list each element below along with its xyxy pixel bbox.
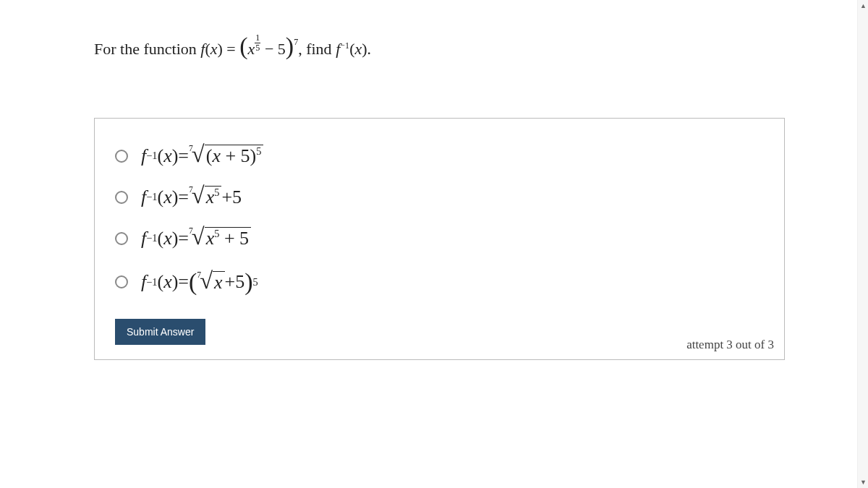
rparen: ) — [172, 271, 179, 293]
rparen: ) — [217, 40, 222, 58]
inv-exp: −1 — [146, 276, 157, 288]
lparen: ( — [205, 40, 210, 58]
submit-button[interactable]: Submit Answer — [115, 319, 205, 345]
plus: + — [225, 271, 236, 293]
inv-exp: −1 — [146, 150, 157, 162]
var-f: f — [141, 271, 146, 293]
surd-icon: √ — [192, 227, 205, 247]
var-x: x — [206, 187, 215, 207]
inv-exp: −1 — [340, 40, 349, 51]
big-lparen: ( — [189, 268, 197, 296]
option-b-math: f−1(x) = 7√x5 + 5 — [141, 186, 242, 208]
root: 7√x5 — [189, 186, 221, 208]
radio-icon[interactable] — [115, 150, 128, 163]
scroll-up-icon[interactable]: ▲ — [858, 0, 868, 12]
attempt-counter: attempt 3 out of 3 — [686, 338, 774, 352]
option-b[interactable]: f−1(x) = 7√x5 + 5 — [115, 186, 764, 208]
var-x: x — [163, 145, 172, 167]
big-rparen: ) — [244, 268, 252, 296]
var-x: x — [354, 40, 362, 58]
var-x: x — [163, 228, 172, 249]
scroll-down-icon[interactable]: ▼ — [858, 476, 868, 488]
five: 5 — [235, 271, 244, 293]
var-x: x — [206, 228, 215, 249]
minus: − — [260, 40, 277, 58]
surd-icon: √ — [192, 145, 205, 165]
var-x: x — [163, 187, 172, 208]
rparen: ) — [172, 145, 179, 167]
root: 7√(x + 5)5 — [189, 145, 263, 167]
page: For the function f(x) = (x15 − 5)7, find… — [0, 0, 868, 488]
option-c[interactable]: f−1(x) = 7√x5 + 5 — [115, 227, 764, 249]
var-x: x — [163, 271, 172, 293]
question-prefix: For the function — [94, 40, 200, 58]
inv-exp: −1 — [146, 191, 157, 203]
rparen: ) — [172, 228, 179, 249]
rparen: ) — [172, 187, 179, 208]
inv-exp: −1 — [146, 232, 157, 244]
var-x: x — [214, 272, 223, 293]
radicand: x5 + 5 — [205, 227, 251, 249]
equals: = — [178, 145, 189, 167]
lparen: ( — [157, 187, 163, 208]
lparen: ( — [157, 145, 163, 167]
period: . — [367, 40, 372, 58]
big-rparen: ) — [286, 33, 294, 59]
radicand: (x + 5)5 — [205, 145, 264, 167]
plus: + — [221, 145, 241, 166]
exp: 5 — [256, 145, 261, 157]
rparen: ) — [250, 145, 257, 166]
radio-icon[interactable] — [115, 232, 128, 245]
surd-icon: √ — [192, 186, 205, 206]
lparen: ( — [157, 228, 163, 249]
lparen: ( — [157, 271, 163, 293]
var-f: f — [141, 145, 146, 167]
rparen: ) — [362, 40, 367, 58]
surd-icon: √ — [200, 271, 213, 291]
radio-icon[interactable] — [115, 275, 128, 288]
equals: = — [178, 228, 189, 249]
equals: = — [223, 40, 239, 58]
radio-icon[interactable] — [115, 191, 128, 204]
root: 7√x5 + 5 — [189, 227, 251, 249]
option-a[interactable]: f−1(x) = 7√(x + 5)5 — [115, 145, 764, 167]
five: 5 — [239, 228, 249, 249]
plus: + — [219, 228, 239, 249]
plus: + — [221, 187, 232, 208]
var-x: x — [248, 40, 255, 58]
radicand: x5 — [205, 186, 222, 208]
equals: = — [178, 187, 189, 208]
option-d[interactable]: f−1(x) = (7√x + 5)5 — [115, 268, 764, 296]
find-text: find — [306, 40, 336, 58]
scrollbar[interactable]: ▲ ▼ — [857, 0, 868, 488]
comma: , — [298, 40, 306, 58]
var-f: f — [141, 228, 146, 249]
exp: 5 — [214, 187, 219, 198]
option-c-math: f−1(x) = 7√x5 + 5 — [141, 227, 251, 249]
big-lparen: ( — [239, 33, 247, 59]
equals: = — [178, 271, 189, 293]
var-x: x — [212, 145, 221, 166]
five: 5 — [232, 187, 242, 208]
content-area: For the function f(x) = (x15 − 5)7, find… — [0, 0, 857, 488]
radicand: x — [213, 271, 225, 294]
var-f: f — [141, 187, 146, 208]
root: 7√x — [197, 271, 224, 294]
option-a-math: f−1(x) = 7√(x + 5)5 — [141, 145, 263, 167]
outer-exp: 5 — [253, 276, 258, 288]
five: 5 — [278, 40, 286, 58]
option-d-math: f−1(x) = (7√x + 5)5 — [141, 268, 258, 296]
question-text: For the function f(x) = (x15 − 5)7, find… — [94, 33, 785, 60]
five: 5 — [241, 145, 250, 166]
answers-container: f−1(x) = 7√(x + 5)5 f−1(x) = 7√x5 + 5 f−… — [94, 118, 785, 360]
